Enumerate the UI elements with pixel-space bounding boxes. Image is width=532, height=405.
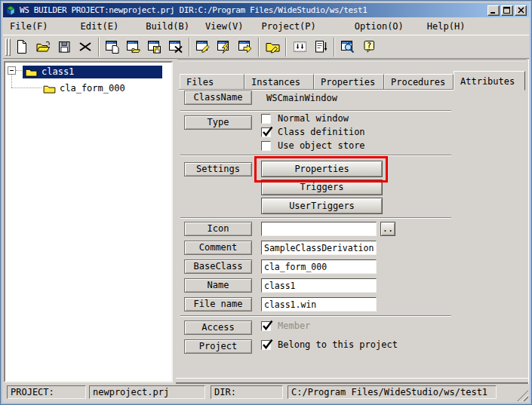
app-window: WS BUILDER PROJECT:newproject.prj DIR:C:…: [0, 0, 532, 405]
checkbox-label: Belong to this project: [278, 339, 398, 350]
list-sort-icon: [313, 39, 328, 54]
checkbox-label: Class definition: [278, 127, 365, 137]
toolbar: ?: [3, 35, 529, 59]
delete-button[interactable]: [75, 37, 96, 57]
tree-item-cla-form-000[interactable]: cla_form_000: [5, 81, 173, 94]
access-label-button[interactable]: Access: [184, 321, 252, 335]
project-label-button[interactable]: Project: [184, 339, 252, 354]
tree-item-label: cla_form_000: [60, 83, 125, 94]
separator: [180, 217, 451, 219]
checkbox-normal-window[interactable]: [261, 114, 271, 124]
title-bar: WS BUILDER PROJECT:newproject.prj DIR:C:…: [3, 3, 529, 17]
toolbar-separator: [189, 38, 190, 57]
icon-browse-button[interactable]: ..: [380, 222, 395, 236]
menu-project[interactable]: Project(P): [261, 20, 317, 33]
tab-attributes[interactable]: Attributes: [454, 71, 525, 91]
tab-procedures[interactable]: Procedures: [384, 74, 454, 89]
toolbar-separator: [258, 38, 260, 57]
resize-grip[interactable]: [517, 390, 528, 401]
window-edit-button[interactable]: [192, 37, 214, 57]
help-button[interactable]: ?: [358, 37, 380, 57]
separator: [180, 315, 451, 317]
icon-label-button[interactable]: Icon: [184, 222, 252, 236]
name-input[interactable]: [261, 278, 377, 293]
window-open-icon: [126, 39, 141, 54]
highlight-red-box: [254, 156, 388, 183]
attributes-panel: Files Instances Properties Procedures At…: [176, 60, 529, 384]
folder-edit-icon: [265, 39, 281, 54]
menu-view[interactable]: View(V): [204, 20, 244, 33]
svg-text:?: ?: [367, 41, 371, 50]
checkbox-use-object-store[interactable]: [261, 141, 271, 151]
save-icon: [57, 39, 72, 54]
name-label-button[interactable]: Name: [184, 278, 252, 293]
window-edit-icon: [195, 39, 211, 54]
menu-option[interactable]: Option(O): [354, 20, 404, 33]
toolbar-grip[interactable]: [8, 38, 11, 56]
usertriggers-button[interactable]: UserTriggers: [261, 198, 383, 214]
window-new-button[interactable]: [102, 37, 123, 57]
delete-x-icon: [78, 39, 93, 54]
window-delete-button[interactable]: [165, 37, 186, 57]
checkbox-class-definition[interactable]: [261, 127, 271, 137]
separator: [180, 110, 451, 112]
minimize-icon: [490, 7, 497, 14]
grid-align-button[interactable]: [289, 37, 310, 57]
window-build-button[interactable]: [214, 37, 235, 57]
checkbox-label: Normal window: [278, 113, 349, 124]
window-title: WS BUILDER PROJECT:newproject.prj DIR:C:…: [20, 5, 486, 15]
minimize-button[interactable]: [487, 5, 500, 16]
app-icon: [5, 5, 16, 16]
toolbar-separator: [285, 38, 287, 57]
new-file-icon: [14, 39, 29, 54]
filename-input[interactable]: [261, 297, 377, 311]
tab-files[interactable]: Files: [180, 74, 244, 89]
toolbar-separator: [334, 38, 335, 57]
status-dir-value: C:/Program Files/WideStudio/ws/test1: [288, 385, 497, 399]
save-button[interactable]: [54, 37, 75, 57]
comment-label-button[interactable]: Comment: [184, 241, 252, 255]
window-save-button[interactable]: [144, 37, 165, 57]
help-icon: ?: [361, 39, 377, 54]
icon-input[interactable]: [261, 222, 377, 236]
checkbox-member[interactable]: [261, 321, 271, 331]
classname-label-button[interactable]: ClassName: [184, 91, 252, 105]
settings-label-button[interactable]: Settings: [184, 162, 252, 176]
tab-instances[interactable]: Instances: [244, 74, 314, 89]
menu-file[interactable]: File(F): [9, 20, 49, 33]
maximize-button[interactable]: [501, 5, 513, 16]
menu-build[interactable]: Build(B): [145, 20, 190, 33]
menu-help[interactable]: Help(H): [426, 20, 466, 33]
check-icon: [262, 339, 273, 350]
new-file-button[interactable]: [11, 37, 32, 57]
checkbox-belong-to-project[interactable]: [261, 340, 271, 350]
list-sort-button[interactable]: [310, 37, 331, 57]
separator: [177, 60, 527, 61]
status-project-label: PROJECT:: [7, 385, 86, 399]
toolbar-grip[interactable]: [5, 38, 8, 56]
comment-input[interactable]: [261, 241, 377, 255]
tab-label: Files: [186, 77, 214, 87]
tree-item-class1[interactable]: class1: [5, 64, 173, 77]
menu-bar: File(F) Edit(E) Build(B) View(V) Project…: [3, 17, 529, 35]
baseclass-input[interactable]: [261, 259, 377, 274]
close-button[interactable]: [515, 5, 527, 16]
window-run-button[interactable]: [235, 37, 256, 57]
toolbar-separator: [98, 38, 100, 57]
status-project-value: newproject.prj: [89, 385, 205, 399]
checkbox-label: Use object store: [278, 140, 365, 151]
tab-label: Instances: [251, 77, 300, 87]
tab-properties[interactable]: Properties: [314, 74, 384, 89]
filename-label-button[interactable]: File name: [184, 297, 252, 311]
window-preview-button[interactable]: [337, 37, 358, 57]
type-label-button[interactable]: Type: [184, 115, 252, 130]
baseclass-label-button[interactable]: BaseClass: [184, 259, 252, 274]
check-icon: [262, 126, 273, 137]
maximize-icon: [503, 7, 511, 14]
menu-edit[interactable]: Edit(E): [80, 20, 120, 33]
status-dir-label: DIR:: [211, 385, 283, 399]
folder-edit-button[interactable]: [262, 37, 283, 57]
open-file-button[interactable]: [32, 37, 54, 57]
window-new-icon: [105, 39, 120, 54]
window-open-button[interactable]: [123, 37, 144, 57]
